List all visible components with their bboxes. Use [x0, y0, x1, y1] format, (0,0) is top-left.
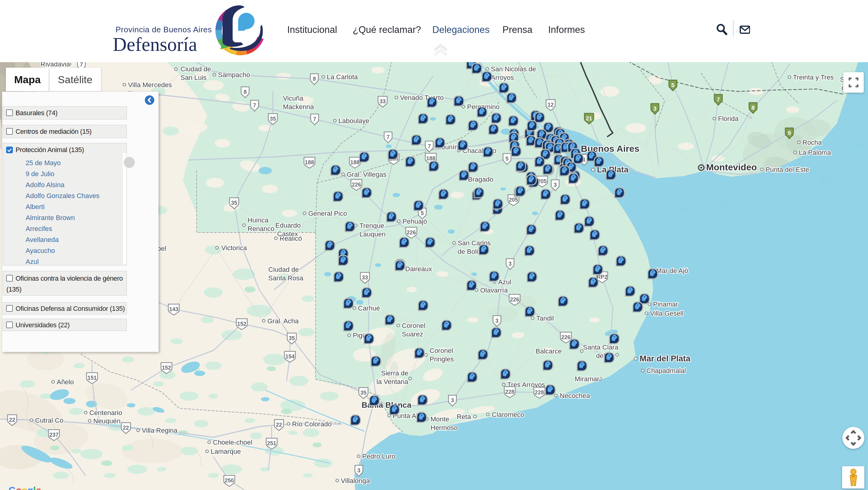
svg-text:Mackenna: Mackenna	[283, 103, 314, 110]
svg-text:228: 228	[505, 389, 514, 395]
svg-text:Hermoso: Hermoso	[431, 424, 458, 431]
svg-text:General Pico: General Pico	[308, 210, 347, 217]
svg-text:Gral. Villegas: Gral. Villegas	[347, 171, 386, 178]
svg-text:152: 152	[237, 321, 246, 327]
svg-text:7: 7	[253, 102, 256, 108]
svg-text:7: 7	[428, 143, 431, 149]
svg-text:5: 5	[421, 210, 424, 216]
svg-text:g: g	[27, 485, 33, 490]
svg-text:21: 21	[586, 115, 592, 122]
svg-text:Renanco: Renanco	[248, 225, 274, 232]
svg-text:5: 5	[505, 156, 508, 162]
svg-text:Carhué: Carhué	[358, 304, 380, 312]
svg-text:Huinca: Huinca	[248, 216, 269, 224]
svg-text:12: 12	[548, 102, 554, 108]
svg-text:Pedro Luro: Pedro Luro	[362, 453, 396, 460]
svg-text:33: 33	[362, 274, 368, 281]
svg-text:Villa Gesell: Villa Gesell	[650, 309, 684, 317]
svg-text:33: 33	[379, 98, 386, 104]
svg-text:Centenario: Centenario	[89, 409, 122, 417]
svg-text:Rivadavia: Rivadavia	[40, 62, 70, 68]
svg-text:Pringles: Pringles	[430, 355, 454, 363]
svg-text:Bragado: Bragado	[468, 175, 493, 183]
svg-text:Santa Clara: Santa Clara	[583, 344, 619, 351]
svg-text:35: 35	[289, 335, 295, 341]
svg-text:Rocha: Rocha	[802, 139, 822, 146]
svg-text:o: o	[16, 485, 22, 490]
svg-text:226: 226	[561, 334, 570, 340]
svg-text:Victorica: Victorica	[221, 244, 247, 252]
svg-text:Coronel: Coronel	[430, 347, 453, 354]
svg-text:3: 3	[653, 105, 657, 112]
svg-text:237: 237	[50, 432, 59, 438]
svg-text:Ciudad de: Ciudad de	[268, 266, 299, 273]
svg-text:G: G	[8, 485, 16, 490]
svg-text:e: e	[36, 485, 41, 490]
svg-text:8: 8	[751, 104, 755, 111]
svg-text:Lamarque: Lamarque	[211, 448, 241, 455]
svg-text:7: 7	[80, 62, 83, 68]
svg-text:3: 3	[508, 261, 512, 267]
svg-text:Trenque: Trenque	[360, 222, 384, 229]
svg-text:3: 3	[357, 467, 360, 473]
svg-text:Reta: Reta	[457, 413, 471, 421]
svg-text:Pehuajó: Pehuajó	[402, 218, 427, 225]
svg-text:Olavarría: Olavarría	[480, 287, 508, 294]
svg-text:Tandil: Tandil	[536, 315, 554, 322]
svg-text:la Ventana: la Ventana	[376, 378, 408, 386]
svg-text:Río Colorado: Río Colorado	[292, 420, 332, 428]
svg-text:9: 9	[788, 130, 791, 136]
svg-text:Mar del Plata: Mar del Plata	[640, 354, 691, 363]
svg-text:Pinamar: Pinamar	[653, 300, 678, 308]
svg-text:o: o	[22, 485, 27, 490]
svg-text:35: 35	[231, 200, 237, 206]
svg-text:Sampacho: Sampacho	[218, 71, 250, 78]
svg-text:Necochea: Necochea	[560, 392, 590, 399]
svg-text:3: 3	[554, 182, 557, 188]
svg-text:205: 205	[509, 197, 518, 203]
svg-text:Añelo: Añelo	[57, 378, 74, 386]
svg-text:151: 151	[88, 375, 97, 381]
svg-text:22: 22	[123, 425, 129, 431]
svg-text:Villa Mercedes: Villa Mercedes	[128, 81, 172, 89]
svg-text:Laboulaye: Laboulaye	[338, 117, 370, 125]
svg-text:Choele-choel: Choele-choel	[213, 438, 252, 446]
svg-text:Villalonga: Villalonga	[341, 477, 370, 485]
svg-text:5: 5	[671, 82, 675, 88]
svg-text:152: 152	[162, 365, 171, 371]
svg-text:226: 226	[352, 182, 361, 188]
svg-text:Cutral Co: Cutral Co	[35, 417, 63, 424]
svg-text:Florida: Florida	[718, 115, 739, 123]
svg-text:Gral. Acha: Gral. Acha	[268, 317, 299, 325]
svg-text:Arroyos: Arroyos	[491, 74, 514, 81]
svg-text:Montevideo: Montevideo	[706, 162, 757, 172]
svg-text:7: 7	[313, 116, 316, 122]
svg-text:Santa Rosa: Santa Rosa	[268, 274, 304, 282]
svg-text:143: 143	[169, 306, 178, 312]
svg-text:Sierra de: Sierra de	[381, 369, 408, 377]
svg-text:San Luis: San Luis	[181, 74, 207, 81]
svg-text:Azul: Azul	[498, 278, 511, 286]
svg-text:7: 7	[717, 96, 720, 103]
svg-text:8: 8	[313, 76, 316, 82]
svg-text:San Nicolás de: San Nicolás de	[491, 65, 536, 73]
svg-text:Suarez: Suarez	[402, 330, 423, 338]
svg-text:35: 35	[360, 390, 367, 396]
svg-text:Chapadmalal: Chapadmalal	[646, 367, 686, 374]
svg-text:226: 226	[407, 229, 416, 235]
svg-text:Coronel: Coronel	[402, 322, 425, 329]
svg-text:Neuquén: Neuquén	[93, 417, 120, 425]
svg-text:Punta del Este: Punta del Este	[766, 166, 809, 173]
svg-text:250: 250	[225, 478, 234, 484]
svg-text:22: 22	[276, 422, 282, 428]
svg-text:Daireaux: Daireaux	[405, 265, 432, 273]
svg-text:154: 154	[285, 354, 294, 360]
svg-text:Villa Regina: Villa Regina	[142, 427, 178, 434]
svg-text:Eduardo: Eduardo	[275, 222, 301, 229]
svg-text:Ciudad de: Ciudad de	[181, 65, 211, 73]
svg-text:Mar de Ajó: Mar de Ajó	[656, 267, 688, 274]
svg-text:188: 188	[426, 155, 435, 162]
svg-text:3: 3	[451, 397, 454, 403]
svg-text:228: 228	[535, 389, 544, 395]
svg-text:La Paloma: La Paloma	[799, 149, 831, 156]
